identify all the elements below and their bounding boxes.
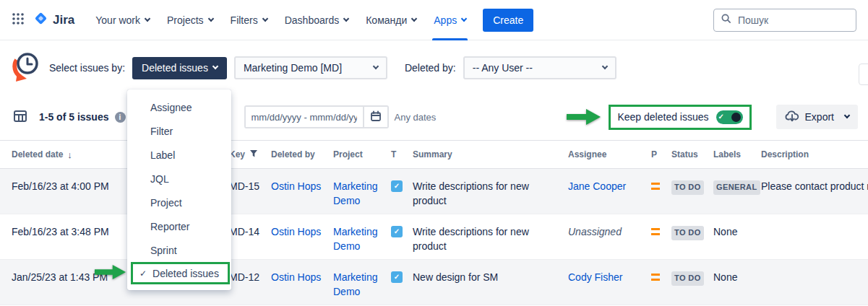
search-input[interactable] — [736, 14, 849, 27]
brand-name: Jira — [53, 13, 74, 27]
assignee-link[interactable]: Cody Fisher — [568, 271, 622, 283]
sort-desc-icon: ↓ — [67, 149, 72, 160]
deleted-by-link[interactable]: Ostin Hops — [271, 180, 321, 192]
calendar-button[interactable] — [363, 107, 387, 127]
menu-item-deleted-issues[interactable]: ✓ Deleted issues — [131, 262, 230, 284]
cell-description — [755, 214, 868, 227]
assignee-unassigned: Unassigned — [568, 226, 622, 237]
chevron-down-icon — [844, 113, 850, 118]
nav-your-work[interactable]: Your work — [89, 0, 156, 40]
any-dates-label: Any dates — [395, 112, 437, 123]
status-badge: TO DO — [671, 180, 704, 195]
issues-by-dropdown[interactable]: Deleted issues — [132, 57, 227, 79]
status-badge: TO DO — [671, 226, 704, 240]
deleted-by-label: Deleted by: — [405, 62, 456, 74]
nav-apps[interactable]: Apps — [427, 0, 473, 40]
cell-summary: Write descriptions for new product — [407, 214, 562, 257]
assignee-link[interactable]: Jane Cooper — [568, 180, 626, 192]
chevron-down-icon — [262, 15, 267, 21]
chevron-down-icon — [373, 64, 379, 69]
cell-type: ✓ — [385, 214, 407, 240]
jira-logo-icon — [33, 11, 48, 29]
app-switcher-button[interactable] — [7, 8, 29, 32]
export-button[interactable]: Export — [776, 105, 858, 129]
annotation-arrow-keep-toggle — [567, 108, 601, 126]
cell-labels: None — [708, 260, 755, 287]
table-view-icon — [13, 109, 27, 126]
cell-status: TO DO — [666, 260, 708, 289]
check-icon: ✓ — [139, 268, 147, 279]
jira-logo[interactable]: Jira — [33, 11, 74, 29]
jira-deleted-issues-page: Jira Your work Projects Filters Dashboar… — [0, 0, 868, 306]
project-dropdown[interactable]: Marketing Demo [MD] — [234, 56, 387, 79]
menu-item-label[interactable]: Label — [127, 143, 231, 167]
nav-filters[interactable]: Filters — [224, 0, 274, 40]
date-range-filter — [244, 105, 389, 128]
chevron-down-icon — [461, 15, 467, 21]
filter-funnel-icon[interactable] — [249, 149, 258, 160]
column-header-priority: P — [645, 149, 666, 159]
cell-summary: Write descriptions for new product — [407, 169, 562, 211]
nav-projects[interactable]: Projects — [160, 0, 220, 40]
label-badge: GENERAL — [713, 180, 760, 195]
toggle-knob — [731, 113, 741, 122]
deleted-by-link[interactable]: Ostin Hops — [271, 226, 321, 237]
cell-description: Please contact product manager — [755, 169, 868, 196]
cell-status: TO DO — [666, 169, 708, 198]
toggle-check-icon: ✓ — [718, 113, 724, 121]
cell-assignee: Unassigned — [562, 214, 645, 242]
chevron-down-icon — [411, 15, 417, 21]
cell-priority — [645, 214, 666, 242]
table-view-button[interactable] — [9, 105, 32, 130]
date-range-input[interactable] — [246, 107, 363, 127]
cell-priority — [645, 169, 666, 196]
column-header-labels: Labels — [708, 149, 755, 159]
cell-priority — [645, 260, 666, 287]
project-link[interactable]: Marketing Demo — [333, 226, 377, 252]
cell-type: ✓ — [385, 260, 407, 286]
nav-teams[interactable]: Команди — [359, 0, 423, 40]
task-type-icon: ✓ — [391, 180, 403, 192]
project-link[interactable]: Marketing Demo — [333, 271, 377, 297]
keep-deleted-toggle[interactable]: ✓ — [716, 110, 743, 124]
info-icon[interactable]: i — [115, 112, 126, 123]
priority-medium-icon — [651, 228, 660, 235]
chevron-down-icon — [343, 15, 349, 21]
app-switcher-icon — [12, 12, 25, 27]
cell-status: TO DO — [666, 214, 708, 243]
deleted-by-user-dropdown[interactable]: -- Any User -- — [463, 56, 616, 79]
truncated-control — [859, 64, 868, 85]
annotation-arrow-deleted-issues — [94, 264, 127, 280]
menu-item-jql[interactable]: JQL — [127, 167, 231, 191]
filter-toolbar: Select issues by: Deleted issues Marketi… — [0, 40, 868, 94]
cell-labels: None — [708, 214, 755, 242]
menu-item-assignee[interactable]: Assignee — [127, 95, 231, 119]
cell-assignee: Jane Cooper — [562, 169, 645, 196]
column-header-project: Project — [327, 149, 385, 159]
nav-dashboards[interactable]: Dashboards — [278, 0, 356, 40]
chevron-down-icon — [207, 15, 213, 21]
cell-project: Marketing Demo — [327, 169, 385, 211]
chevron-down-icon — [601, 64, 607, 69]
priority-medium-icon — [651, 274, 660, 281]
create-button[interactable]: Create — [483, 9, 533, 32]
status-badge: TO DO — [671, 271, 704, 286]
menu-item-sprint[interactable]: Sprint — [127, 238, 231, 262]
cell-assignee: Cody Fisher — [562, 260, 645, 287]
issue-history-app-icon — [9, 50, 42, 86]
task-type-icon: ✓ — [391, 226, 403, 237]
annotation-box-keep-toggle: Keep deleted issues ✓ — [609, 105, 751, 130]
keep-deleted-label: Keep deleted issues — [617, 111, 708, 123]
menu-item-filter[interactable]: Filter — [127, 119, 231, 143]
primary-navigation: Your work Projects Filters Dashboards Ко… — [89, 0, 473, 40]
cell-deleted-by: Ostin Hops — [265, 169, 327, 196]
project-link[interactable]: Marketing Demo — [333, 180, 377, 206]
export-cloud-icon — [785, 110, 799, 124]
column-header-assignee: Assignee — [562, 149, 645, 159]
cell-description — [755, 260, 868, 273]
deleted-by-link[interactable]: Ostin Hops — [271, 271, 321, 283]
menu-item-reporter[interactable]: Reporter — [127, 214, 231, 238]
issues-by-dropdown-menu: Assignee Filter Label JQL Project Report… — [127, 89, 231, 290]
menu-item-project[interactable]: Project — [127, 191, 231, 214]
cell-labels: GENERAL — [708, 169, 755, 198]
